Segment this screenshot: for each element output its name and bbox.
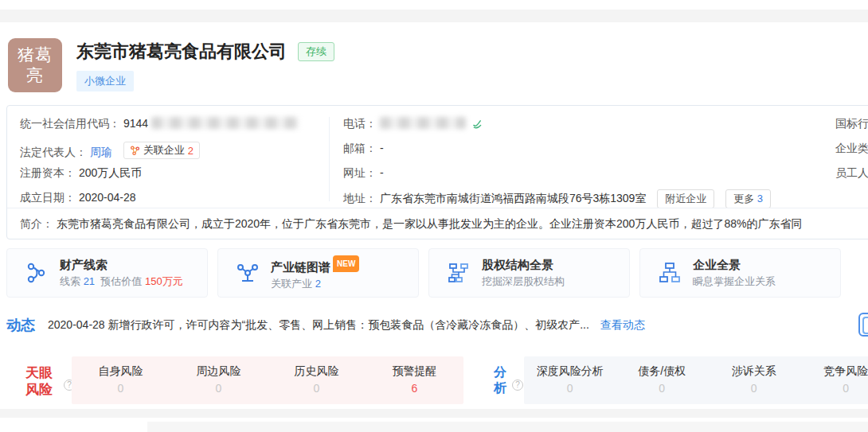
industry-chain-icon	[236, 261, 260, 285]
company-info-panel: 统一社会信用代码： 9144 法定代表人： 周瑜 关联企业 2 注册资本： 20…	[6, 105, 868, 239]
card-text: 产业链图谱NEW 关联产业 2	[271, 255, 359, 291]
clues-count: 21	[84, 275, 95, 287]
card-title: 财产线索	[60, 257, 183, 272]
stat-value: 6	[366, 382, 463, 395]
page-background-band	[0, 10, 868, 22]
phone-row: 电话：	[343, 117, 483, 132]
stat-label: 涉诉关系	[708, 364, 800, 379]
stat-label: 预警提醒	[366, 364, 463, 379]
more-label: 更多	[733, 193, 754, 204]
nearby-companies-button[interactable]: 附近企业	[657, 189, 714, 208]
company-type-label: 企业类型	[835, 142, 868, 156]
legal-rep-row: 法定代表人： 周瑜 关联企业 2	[20, 142, 200, 160]
next-section-preview	[147, 422, 868, 432]
reg-capital-value: 200万人民币	[79, 166, 142, 179]
stat-label: 自身风险	[72, 364, 170, 379]
address-value: 广东省东莞市南城街道鸿福西路南城段76号3栋1309室	[380, 192, 647, 204]
card-company-panorama[interactable]: 企业全景 瞬息掌握企业关系	[639, 248, 841, 298]
staff-size-label: 员工人数	[835, 166, 868, 181]
view-dynamics-link[interactable]: 查看动态	[600, 318, 645, 331]
equity-structure-icon	[447, 261, 471, 285]
address-label: 地址：	[343, 192, 377, 204]
stat-label: 竞争风险	[800, 364, 868, 379]
stat-debt-credit[interactable]: 债务/债权 0	[616, 356, 709, 404]
analysis-logo: 分 析	[487, 364, 513, 396]
card-asset-clues[interactable]: 财产线索 线索 21 预估价值 150万元	[6, 248, 208, 298]
reg-capital-label: 注册资本：	[20, 166, 76, 179]
intro-text: 东莞市猪葛亮食品有限公司，成立于2020年，位于广东省东莞市，是一家以从事批发业…	[57, 217, 803, 230]
stat-value: 0	[708, 382, 800, 395]
card-equity-structure[interactable]: 股权结构全景 挖掘深层股权结构	[428, 248, 630, 298]
related-graph-icon	[130, 146, 140, 156]
website-value: -	[380, 166, 384, 179]
analysis-logo-line1: 分	[487, 364, 513, 380]
more-count: 3	[757, 193, 763, 204]
logo-text-line2: 亮	[26, 65, 44, 86]
credit-code-label: 统一社会信用代码：	[20, 117, 120, 130]
email-value: -	[380, 142, 384, 154]
related-companies-badge[interactable]: 关联企业 2	[123, 142, 200, 159]
card-title: 企业全景	[693, 257, 776, 272]
credit-code-prefix: 9144	[123, 117, 148, 130]
more-addresses-button[interactable]: 更多 3	[725, 189, 771, 208]
card-subtitle: 线索 21 预估价值 150万元	[60, 274, 183, 289]
related-industry-count: 2	[315, 278, 321, 290]
website-label: 网址：	[343, 166, 377, 179]
dynamics-section-label: 动态	[6, 316, 35, 335]
website-row: 网址： -	[343, 166, 384, 181]
intro-row: 简介： 东莞市猪葛亮食品有限公司，成立于2020年，位于广东省东莞市，是一家以从…	[7, 208, 868, 239]
stat-litigation-relations[interactable]: 涉诉关系 0	[708, 356, 800, 404]
stat-competition-risk[interactable]: 竞争风险 0	[800, 356, 868, 404]
phone-redacted	[380, 117, 466, 129]
intro-label: 简介：	[20, 217, 53, 230]
credit-code-redacted	[151, 117, 299, 129]
established-value: 2020-04-28	[79, 191, 136, 204]
legal-rep-link[interactable]: 周瑜	[90, 146, 112, 158]
dynamics-text-row: 2020-04-28 新增行政许可，许可内容为“批发、零售、网上销售：预包装食品…	[48, 318, 645, 333]
email-label: 邮箱：	[343, 142, 377, 154]
stat-value: 0	[72, 382, 170, 395]
stat-deep-risk-analysis[interactable]: 深度风险分析 0	[524, 356, 616, 404]
risk-stats-panel: 自身风险 0 周边风险 0 历史风险 0 预警提醒 6	[72, 356, 463, 404]
card-title-text: 产业链图谱	[271, 260, 330, 274]
stat-label: 历史风险	[268, 364, 366, 379]
stat-warning-reminder[interactable]: 预警提醒 6	[366, 356, 463, 404]
asset-clues-icon	[25, 261, 49, 285]
reg-capital-row: 注册资本： 200万人民币	[20, 166, 142, 181]
company-logo: 猪葛 亮	[8, 38, 62, 92]
stat-surrounding-risk[interactable]: 周边风险 0	[170, 356, 268, 404]
company-size-tag[interactable]: 小微企业	[76, 71, 134, 91]
phone-label: 电话：	[343, 117, 377, 130]
estimate-label: 预估价值	[100, 275, 142, 287]
stat-label: 债务/债权	[616, 364, 709, 379]
company-header: 东莞市猪葛亮食品有限公司 存续	[76, 40, 334, 64]
established-row: 成立日期： 2020-04-28	[20, 191, 136, 205]
card-text: 财产线索 线索 21 预估价值 150万元	[60, 257, 183, 289]
analysis-help-icon[interactable]: ?	[512, 379, 523, 391]
stat-label: 周边风险	[170, 364, 268, 379]
company-profile-page: 猪葛 亮 东莞市猪葛亮食品有限公司 存续 小微企业 统一社会信用代码： 9144…	[0, 0, 868, 432]
new-badge: NEW	[333, 255, 359, 272]
analysis-logo-line2: 析	[487, 380, 513, 396]
credit-code-row: 统一社会信用代码： 9144	[20, 117, 299, 131]
risk-logo-line1: 天眼	[17, 364, 61, 381]
card-title: 股权结构全景	[482, 257, 565, 272]
stat-value: 0	[616, 382, 709, 395]
related-industry-label: 关联产业	[271, 278, 312, 290]
card-subtitle: 关联产业 2	[271, 277, 359, 291]
stat-history-risk[interactable]: 历史风险 0	[268, 356, 366, 404]
company-name: 东莞市猪葛亮食品有限公司	[76, 40, 287, 64]
floating-side-widget[interactable]	[858, 313, 868, 337]
tianyan-risk-logo: 天眼 风险	[17, 364, 61, 398]
card-industry-chain[interactable]: 产业链图谱NEW 关联产业 2	[217, 248, 419, 298]
section-gap-band	[0, 409, 868, 418]
column-divider	[329, 117, 330, 201]
card-subtitle: 瞬息掌握企业关系	[693, 274, 776, 289]
status-badge: 存续	[298, 42, 334, 61]
stat-value: 0	[800, 382, 868, 395]
related-badge-count: 2	[188, 145, 194, 157]
stat-self-risk[interactable]: 自身风险 0	[72, 356, 170, 404]
analysis-stats-panel: 深度风险分析 0 债务/债权 0 涉诉关系 0 竞争风险 0	[524, 356, 868, 404]
card-title: 产业链图谱NEW	[271, 255, 359, 274]
legal-rep-label: 法定代表人：	[20, 146, 87, 158]
